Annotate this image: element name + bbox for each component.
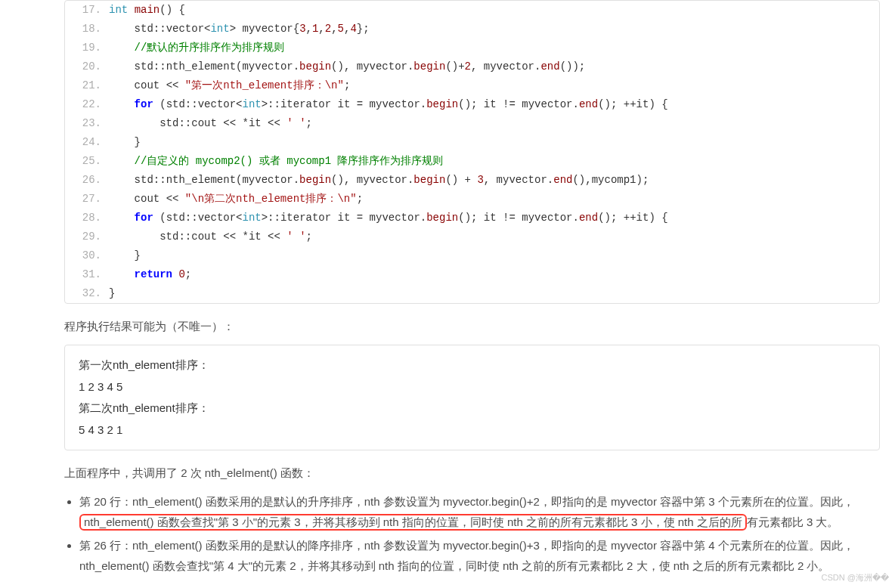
code-content: std::cout << *it << ' ';: [109, 114, 879, 133]
code-content: cout << "第一次nth_element排序：\n";: [109, 76, 879, 95]
result-intro: 程序执行结果可能为（不唯一）：: [64, 317, 880, 336]
code-content: for (std::vector<int>::iterator it = myv…: [109, 209, 879, 227]
line-number: 17.: [65, 1, 109, 20]
code-content: }: [109, 246, 879, 265]
code-content: int main() {: [109, 1, 879, 20]
line-number: 28.: [65, 209, 109, 227]
explain-intro: 上面程序中，共调用了 2 次 nth_elelment() 函数：: [64, 464, 880, 482]
explain-bullets: 第 20 行：nth_element() 函数采用的是默认的升序排序，nth 参…: [64, 491, 880, 576]
code-content: return 0;: [109, 265, 879, 284]
code-line: 28. for (std::vector<int>::iterator it =…: [65, 209, 879, 227]
code-content: std::cout << *it << ' ';: [109, 227, 879, 246]
output-line: 第二次nth_element排序：: [79, 398, 866, 419]
line-number: 18.: [65, 20, 109, 39]
highlight-box: nth_element() 函数会查找"第 3 小"的元素 3，并将其移动到 n…: [79, 514, 747, 531]
code-content: }: [109, 284, 879, 303]
line-number: 30.: [65, 246, 109, 265]
bullet-item: 第 26 行：nth_element() 函数采用的是默认的降序排序，nth 参…: [79, 535, 880, 576]
program-output: 第一次nth_element排序： 1 2 3 4 5 第二次nth_eleme…: [64, 345, 880, 450]
code-line: 25. //自定义的 mycomp2() 或者 mycomp1 降序排序作为排序…: [65, 152, 879, 171]
code-line: 20. std::nth_element(myvector.begin(), m…: [65, 57, 879, 76]
code-line: 29. std::cout << *it << ' ';: [65, 227, 879, 246]
line-number: 29.: [65, 227, 109, 246]
line-number: 20.: [65, 57, 109, 76]
code-line: 22. for (std::vector<int>::iterator it =…: [65, 95, 879, 114]
code-line: 19. //默认的升序排序作为排序规则: [65, 39, 879, 57]
line-number: 23.: [65, 114, 109, 133]
code-line: 27. cout << "\n第二次nth_element排序：\n";: [65, 190, 879, 209]
code-content: //默认的升序排序作为排序规则: [109, 39, 879, 57]
code-content: std::nth_element(myvector.begin(), myvec…: [109, 57, 879, 76]
output-line: 1 2 3 4 5: [79, 376, 866, 398]
line-number: 21.: [65, 76, 109, 95]
output-line: 5 4 3 2 1: [79, 419, 866, 441]
code-line: 24. }: [65, 133, 879, 152]
code-line: 21. cout << "第一次nth_element排序：\n";: [65, 76, 879, 95]
code-content: //自定义的 mycomp2() 或者 mycomp1 降序排序作为排序规则: [109, 152, 879, 171]
code-content: std::vector<int> myvector{3,1,2,5,4};: [109, 20, 879, 39]
bullet-text: 第 20 行：nth_element() 函数采用的是默认的升序排序，nth 参…: [79, 495, 854, 508]
code-line: 30. }: [65, 246, 879, 265]
line-number: 26.: [65, 171, 109, 190]
line-number: 31.: [65, 265, 109, 284]
code-line: 23. std::cout << *it << ' ';: [65, 114, 879, 133]
line-number: 25.: [65, 152, 109, 171]
output-line: 第一次nth_element排序：: [79, 354, 866, 376]
line-number: 32.: [65, 284, 109, 303]
line-number: 27.: [65, 190, 109, 209]
code-line: 32.}: [65, 284, 879, 303]
code-content: std::nth_element(myvector.begin(), myvec…: [109, 171, 879, 190]
line-number: 22.: [65, 95, 109, 114]
code-line: 17.int main() {: [65, 1, 879, 20]
code-content: for (std::vector<int>::iterator it = myv…: [109, 95, 879, 114]
line-number: 19.: [65, 39, 109, 57]
code-line: 26. std::nth_element(myvector.begin(), m…: [65, 171, 879, 190]
bullet-item: 第 20 行：nth_element() 函数采用的是默认的升序排序，nth 参…: [79, 491, 880, 532]
bullet-text: 有元素都比 3 大。: [747, 515, 839, 528]
code-content: cout << "\n第二次nth_element排序：\n";: [109, 190, 879, 209]
line-number: 24.: [65, 133, 109, 152]
code-line: 31. return 0;: [65, 265, 879, 284]
code-line: 18. std::vector<int> myvector{3,1,2,5,4}…: [65, 20, 879, 39]
code-content: }: [109, 133, 879, 152]
code-block: 17.int main() {18. std::vector<int> myve…: [64, 0, 880, 304]
